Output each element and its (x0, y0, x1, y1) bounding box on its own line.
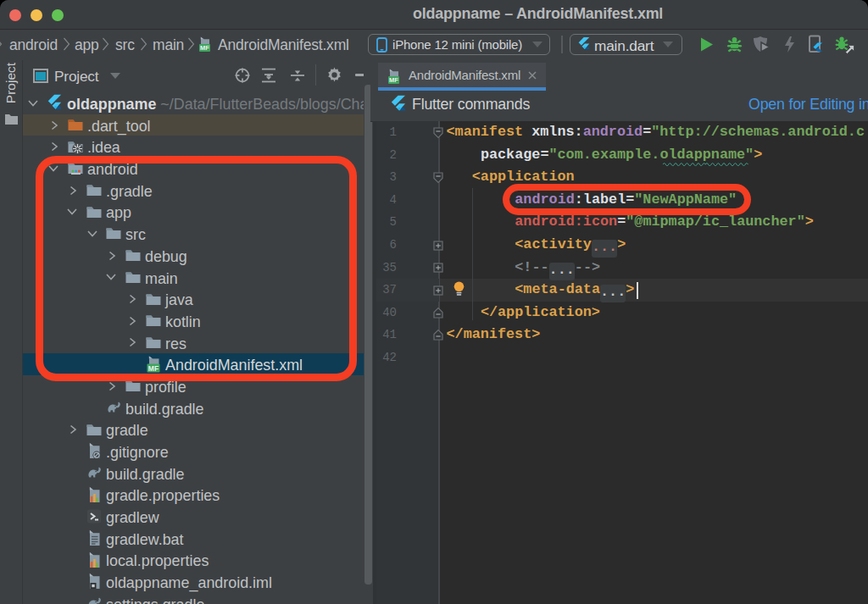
svg-text:MF: MF (200, 44, 209, 52)
svg-text:MF: MF (389, 76, 398, 84)
